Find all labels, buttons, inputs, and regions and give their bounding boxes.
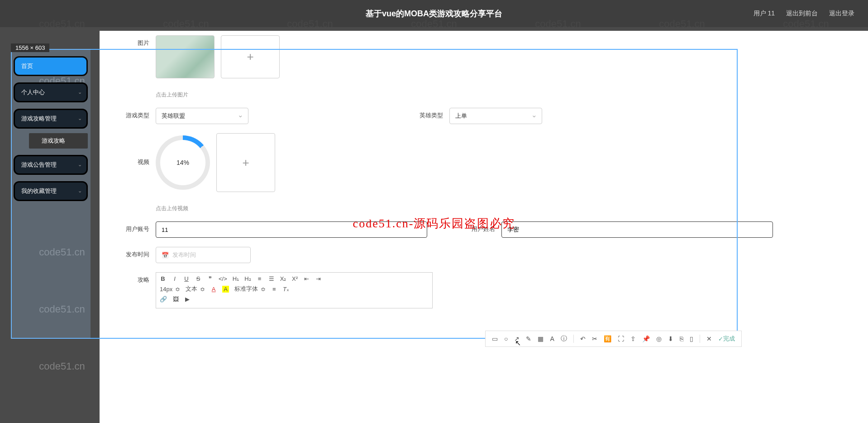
logout-front-link[interactable]: 退出到前台 <box>786 10 818 18</box>
list-ol-icon[interactable]: ≡ <box>257 275 263 282</box>
copy-icon[interactable]: ▯ <box>690 335 693 342</box>
nav-guide-sub[interactable]: 游戏攻略 <box>29 133 88 149</box>
subscript-icon[interactable]: X₂ <box>280 275 286 282</box>
rich-editor-toolbar: B I U S ❞ </> H₁ H₂ ≡ ☰ X₂ X² ⇤ ⇥ 14px ≎… <box>156 272 433 308</box>
scissors-icon[interactable]: ✂ <box>592 335 597 342</box>
circle-icon[interactable]: ○ <box>504 335 508 342</box>
underline-icon[interactable]: U <box>183 275 190 282</box>
nav-guide-mgmt[interactable]: 游戏攻略管理⌄ <box>14 109 88 129</box>
publish-time-label: 发布时间 <box>118 247 149 259</box>
indent-icon[interactable]: ⇤ <box>304 275 310 282</box>
clear-format-icon[interactable]: Tₓ <box>283 286 289 293</box>
rect-icon[interactable]: ▭ <box>492 335 498 342</box>
code-icon[interactable]: </> <box>219 275 227 282</box>
plus-icon: + <box>242 156 249 170</box>
screenshot-toolbar: ▭ ○ ↗ ✎ ▦ A ⓘ ↶ ✂ 🈶 ⛶ ⇪ 📌 ◎ ⬇ ⎘ ▯ ✕ ✓ 完成 <box>485 331 742 347</box>
strike-icon[interactable]: S <box>195 275 201 282</box>
close-icon[interactable]: ✕ <box>706 335 712 342</box>
logout-link[interactable]: 退出登录 <box>829 10 854 18</box>
nav-profile[interactable]: 个人中心⌄ <box>14 82 88 102</box>
pencil-icon[interactable]: ✎ <box>526 335 531 342</box>
chevron-down-icon: ⌄ <box>78 188 82 194</box>
nav-guide-mgmt-label: 游戏攻略管理 <box>21 115 57 122</box>
h1-icon[interactable]: H₁ <box>233 275 239 282</box>
font-color-icon[interactable]: A <box>210 286 217 293</box>
calendar-icon: 📅 <box>162 252 169 259</box>
expand-icon[interactable]: ⛶ <box>618 335 624 342</box>
chevron-icon: ≎ <box>200 286 205 293</box>
italic-icon[interactable]: I <box>172 275 178 282</box>
nav-fav-mgmt-label: 我的收藏管理 <box>21 187 57 194</box>
sidebar: 首页 个人中心⌄ 游戏攻略管理⌄ 游戏攻略 游戏公告管理⌄ 我的收藏管理⌄ <box>11 49 91 207</box>
nav-notice-mgmt-label: 游戏公告管理 <box>21 161 57 168</box>
user-account-label: 用户账号 <box>118 221 149 233</box>
chevron-icon: ≎ <box>175 286 180 293</box>
mosaic-icon[interactable]: ▦ <box>538 335 544 342</box>
font-family-select[interactable]: 标准字体 ≎ <box>234 285 266 293</box>
separator <box>700 335 700 343</box>
add-video-button[interactable]: + <box>216 133 275 192</box>
h2-icon[interactable]: H₂ <box>244 275 251 282</box>
superscript-icon[interactable]: X² <box>292 275 298 282</box>
add-image-button[interactable]: + <box>221 35 280 78</box>
image-hint: 点击上传图片 <box>156 91 280 99</box>
clipboard-icon[interactable]: ⎘ <box>680 335 683 342</box>
game-type-select[interactable]: 英雄联盟 <box>156 108 248 124</box>
video-hint: 点击上传视频 <box>156 205 275 212</box>
video-label: 视频 <box>118 133 149 166</box>
app-title: 基于vue的MOBA类游戏攻略分享平台 <box>366 8 502 19</box>
plus-icon: + <box>247 50 253 64</box>
text-icon[interactable]: A <box>550 335 554 342</box>
game-type-label: 游戏类型 <box>118 108 149 120</box>
header-user[interactable]: 用户 11 <box>754 10 775 18</box>
hero-type-value: 上单 <box>455 112 467 120</box>
hero-type-label: 英雄类型 <box>411 108 443 124</box>
image-label: 图片 <box>118 35 149 47</box>
nav-home[interactable]: 首页 <box>14 56 88 76</box>
nav-notice-mgmt[interactable]: 游戏公告管理⌄ <box>14 155 88 175</box>
bold-icon[interactable]: B <box>160 275 166 282</box>
outdent-icon[interactable]: ⇥ <box>315 275 322 282</box>
font-size-select[interactable]: 14px ≎ <box>160 286 180 293</box>
chevron-down-icon: ⌄ <box>78 115 82 121</box>
cursor-icon: ↖ <box>515 339 521 347</box>
upload-progress-text: 14% <box>160 140 205 185</box>
chevron-down-icon: ⌄ <box>78 89 82 95</box>
upload-progress-ring: 14% <box>156 135 210 190</box>
center-watermark: code51.cn-源码乐园盗图必究 <box>353 216 515 231</box>
nav-profile-label: 个人中心 <box>21 89 45 96</box>
list-ul-icon[interactable]: ☰ <box>268 275 275 282</box>
share-icon[interactable]: ⇪ <box>630 335 636 342</box>
font-type-select[interactable]: 文本 ≎ <box>186 285 205 293</box>
chevron-down-icon: ⌄ <box>78 162 82 168</box>
nav-home-label: 首页 <box>21 62 33 69</box>
nav-fav-mgmt[interactable]: 我的收藏管理⌄ <box>14 181 88 201</box>
user-name-input[interactable] <box>501 221 773 238</box>
chevron-icon: ≎ <box>261 286 266 293</box>
download-icon[interactable]: ⬇ <box>668 335 673 342</box>
link-icon[interactable]: 🔗 <box>160 296 167 303</box>
quote-icon[interactable]: ❞ <box>207 275 213 282</box>
guide-label: 攻略 <box>118 272 149 284</box>
done-button[interactable]: ✓ 完成 <box>718 335 735 343</box>
pin-icon[interactable]: 📌 <box>642 335 650 342</box>
target-icon[interactable]: ◎ <box>656 335 662 342</box>
selection-dimensions: 1556 × 603 <box>11 43 49 52</box>
image-thumbnail[interactable] <box>156 35 215 78</box>
game-type-value: 英雄联盟 <box>162 112 185 120</box>
image-insert-icon[interactable]: 🖼 <box>172 296 179 303</box>
undo-icon[interactable]: ↶ <box>580 335 586 342</box>
translate-icon[interactable]: 🈶 <box>604 335 611 342</box>
info-icon[interactable]: ⓘ <box>561 335 567 343</box>
highlight-icon[interactable]: A <box>222 286 229 293</box>
align-icon[interactable]: ≡ <box>271 286 277 293</box>
separator <box>573 335 574 343</box>
video-insert-icon[interactable]: ▶ <box>184 296 191 303</box>
publish-time-placeholder: 发布时间 <box>172 251 196 259</box>
app-header: 基于vue的MOBA类游戏攻略分享平台 用户 11 退出到前台 退出登录 <box>0 0 868 27</box>
publish-time-input[interactable]: 📅 发布时间 <box>156 247 251 263</box>
hero-type-select[interactable]: 上单 <box>449 108 542 124</box>
